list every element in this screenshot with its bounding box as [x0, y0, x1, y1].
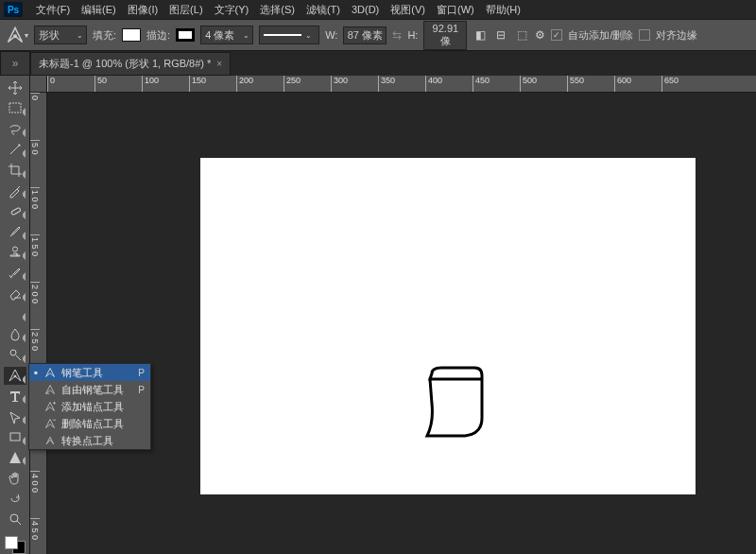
move-tool[interactable]: [4, 79, 26, 97]
canvas[interactable]: [200, 158, 696, 494]
menu-window[interactable]: 窗口(W): [431, 1, 480, 19]
rotate-tool[interactable]: [4, 490, 26, 508]
brush-tool[interactable]: [4, 223, 26, 241]
h-label: H:: [407, 29, 418, 41]
tool-mode-dropdown[interactable]: 形状 ⌄: [34, 26, 87, 44]
bullet-icon: ■: [33, 370, 39, 375]
flyout-item-convert-anchor[interactable]: 转换点工具: [29, 432, 150, 449]
flyout-item-pen[interactable]: ■ 钢笔工具 P: [29, 364, 150, 381]
svg-point-0: [14, 35, 17, 38]
gradient-tool[interactable]: [4, 305, 26, 323]
menu-view[interactable]: 视图(V): [385, 1, 431, 19]
ruler-tick: 5 0: [30, 140, 40, 187]
ruler-horizontal[interactable]: 0 50 100 150 200 250 300 350 400 450 500…: [47, 76, 756, 93]
eraser-tool[interactable]: [4, 285, 26, 303]
gear-icon[interactable]: ⚙: [535, 28, 545, 42]
toolbar: [0, 76, 30, 554]
document-tabs: 未标题-1 @ 100% (形状 1, RGB/8#) * ×: [30, 51, 231, 76]
ruler-tick: 350: [378, 76, 425, 92]
dodge-tool[interactable]: [4, 346, 26, 364]
marquee-tool[interactable]: [4, 100, 26, 118]
color-swatches[interactable]: [5, 536, 26, 554]
align-edges-checkbox[interactable]: [639, 29, 650, 41]
flyout-item-delete-anchor[interactable]: 删除锚点工具: [29, 415, 150, 432]
ruler-tick: 1 5 0: [30, 234, 40, 282]
close-icon[interactable]: ×: [216, 59, 222, 69]
path-align-icon[interactable]: ⊟: [493, 27, 508, 43]
lasso-tool[interactable]: [4, 120, 26, 138]
pen-icon: [43, 367, 57, 378]
options-bar: ▾ 形状 ⌄ 填充: 描边: 4 像素 ⌄ ⌄ W: 87 像素 ⇆ H: 92…: [0, 19, 756, 51]
hand-tool[interactable]: [4, 469, 26, 487]
w-label: W:: [325, 29, 337, 41]
path-arrange-icon[interactable]: ⬚: [514, 27, 529, 43]
eyedropper-tool[interactable]: [4, 182, 26, 200]
svg-point-5: [14, 375, 16, 377]
align-edges-label: 对齐边缘: [656, 28, 697, 43]
wand-tool[interactable]: [4, 141, 26, 159]
link-icon[interactable]: ⇆: [392, 28, 402, 42]
ruler-tick: 50: [94, 76, 142, 92]
height-field[interactable]: 92.91 像: [423, 21, 467, 50]
menu-select[interactable]: 选择(S): [254, 1, 301, 19]
add-anchor-icon: [43, 401, 57, 412]
ruler-tick: 400: [425, 76, 472, 92]
pen-tool-icon[interactable]: ▾: [6, 26, 28, 44]
menu-image[interactable]: 图像(I): [122, 1, 163, 19]
document-tab[interactable]: 未标题-1 @ 100% (形状 1, RGB/8#) * ×: [30, 52, 231, 76]
ruler-tick: 4 5 0: [30, 518, 40, 554]
svg-point-7: [10, 514, 18, 522]
stroke-swatch[interactable]: [176, 28, 195, 42]
stroke-size[interactable]: 4 像素 ⌄: [200, 26, 253, 44]
svg-rect-3: [9, 310, 21, 318]
fg-color[interactable]: [5, 536, 18, 549]
ruler-tick: 100: [142, 76, 189, 92]
menu-3d[interactable]: 3D(D): [346, 2, 385, 17]
pen-tool-flyout: ■ 钢笔工具 P 自由钢笔工具 P 添加锚点工具 删除锚点工具 转换点工具: [28, 363, 151, 450]
svg-rect-2: [10, 207, 21, 215]
ruler-tick: 1 0 0: [30, 187, 40, 234]
menu-filter[interactable]: 滤镜(T): [301, 1, 346, 19]
stroke-style[interactable]: ⌄: [259, 26, 319, 44]
blur-tool[interactable]: [4, 325, 26, 343]
shape-tool[interactable]: [4, 449, 26, 467]
crop-tool[interactable]: [4, 162, 26, 180]
ruler-tick: 250: [284, 76, 331, 92]
menu-type[interactable]: 文字(Y): [209, 1, 255, 19]
drawing-shape: [422, 366, 489, 441]
ruler-tick: 550: [567, 76, 614, 92]
menu-layer[interactable]: 图层(L): [163, 1, 208, 19]
svg-rect-1: [9, 103, 21, 113]
freeform-pen-icon: [43, 384, 57, 395]
ruler-vertical[interactable]: 0 5 0 1 0 0 1 5 0 2 0 0 2 5 0 3 0 0 3 5 …: [30, 93, 47, 554]
path-ops-icon[interactable]: ◧: [472, 27, 488, 43]
ruler-tick: 150: [189, 76, 236, 92]
chevron-down-icon: ⌄: [301, 31, 315, 40]
menu-bar: Ps 文件(F) 编辑(E) 图像(I) 图层(L) 文字(Y) 选择(S) 滤…: [0, 0, 756, 19]
rect-tool[interactable]: [4, 428, 26, 446]
pen-tool[interactable]: [4, 367, 26, 385]
convert-anchor-icon: [43, 435, 57, 446]
ruler-tick: 4 0 0: [30, 471, 40, 518]
fill-label: 填充:: [93, 28, 116, 43]
flyout-item-add-anchor[interactable]: 添加锚点工具: [29, 398, 150, 415]
flyout-item-freeform-pen[interactable]: 自由钢笔工具 P: [29, 381, 150, 398]
fill-swatch[interactable]: [122, 28, 141, 42]
width-field[interactable]: 87 像素: [343, 26, 387, 44]
type-tool[interactable]: [4, 388, 26, 406]
heal-tool[interactable]: [4, 202, 26, 220]
path-tool[interactable]: [4, 407, 26, 425]
panel-flyout-tab[interactable]: »: [0, 51, 30, 76]
history-brush-tool[interactable]: [4, 264, 26, 282]
zoom-tool[interactable]: [4, 511, 26, 528]
chevron-down-icon: ⌄: [73, 31, 86, 40]
svg-point-4: [10, 350, 16, 355]
auto-add-checkbox[interactable]: [551, 29, 562, 41]
menu-file[interactable]: 文件(F): [30, 1, 76, 19]
app-logo: Ps: [4, 2, 23, 17]
ruler-tick: 2 0 0: [30, 282, 40, 329]
svg-rect-6: [10, 433, 20, 441]
menu-edit[interactable]: 编辑(E): [76, 1, 122, 19]
stamp-tool[interactable]: [4, 244, 26, 262]
menu-help[interactable]: 帮助(H): [480, 1, 526, 19]
